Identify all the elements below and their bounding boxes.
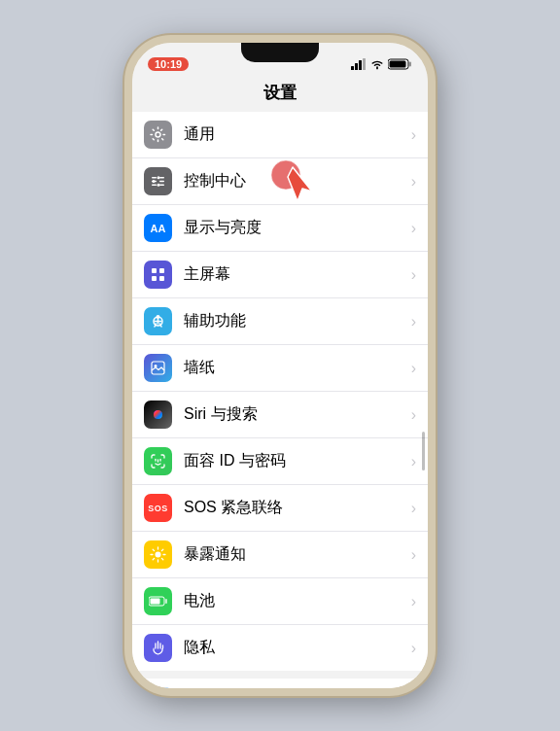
settings-row-display[interactable]: AA 显示与亮度 › [132,205,428,252]
settings-section-main: 通用 › [132,112,428,671]
svg-rect-0 [351,66,354,70]
privacy-chevron: › [411,640,416,657]
display-label: 显示与亮度 [184,218,411,238]
svg-rect-5 [409,62,411,67]
battery-label: 电池 [184,591,411,611]
siri-icon [144,400,172,429]
svg-rect-11 [159,181,164,183]
wallpaper-chevron: › [411,360,416,377]
page-title: 设置 [132,78,428,112]
faceid-icon [144,447,172,475]
svg-point-33 [156,552,161,558]
signal-icon [351,58,367,70]
gear-icon [150,126,166,143]
privacy-icon [144,634,172,662]
svg-rect-3 [363,58,366,70]
person-icon [150,313,166,330]
svg-rect-2 [359,60,362,70]
settings-row-sos[interactable]: SOS SOS 紧急联络 › [132,485,428,532]
wallpaper-icon [144,354,172,382]
settings-section-stores: App Store › 钱包与 Apple Pay › [132,679,428,688]
screen: 10:19 [132,43,428,688]
accessibility-chevron: › [411,313,416,331]
grid-icon [150,266,166,283]
battery-icon [144,587,172,615]
sliders-icon [150,173,166,190]
siri-label: Siri 与搜索 [184,404,411,425]
wallpaper-label: 墙纸 [184,358,411,378]
home-screen-chevron: › [411,266,416,284]
sos-label: SOS 紧急联络 [184,498,411,518]
exposure-icon [144,540,172,569]
notch [241,43,319,62]
settings-row-battery[interactable]: 电池 › [132,578,428,625]
exposure-label: 暴露通知 [184,544,411,565]
svg-rect-1 [355,63,358,70]
settings-row-home-screen[interactable]: 主屏幕 › [132,252,428,298]
status-bar: 10:19 [132,43,428,78]
siri-chevron: › [411,406,416,424]
svg-rect-19 [152,276,157,281]
svg-rect-12 [152,185,157,187]
svg-rect-43 [165,599,167,604]
privacy-label: 隐私 [184,638,411,658]
sos-chevron: › [411,500,416,517]
svg-rect-20 [159,276,164,281]
appstore-icon [144,687,172,688]
general-label: 通用 [184,124,411,145]
settings-row-accessibility[interactable]: 辅助功能 › [132,298,428,345]
sun-icon [150,546,166,563]
svg-rect-8 [152,177,157,179]
settings-row-general[interactable]: 通用 › [132,112,428,158]
svg-rect-6 [390,61,406,68]
svg-point-15 [153,180,156,183]
hand-icon [150,640,166,656]
settings-row-wallpaper[interactable]: 墙纸 › [132,345,428,392]
display-chevron: › [411,220,416,237]
svg-line-40 [161,549,162,550]
accessibility-icon [144,307,172,335]
settings-row-exposure[interactable]: 暴露通知 › [132,532,428,578]
svg-point-7 [156,132,160,137]
svg-rect-9 [159,177,164,179]
svg-line-41 [153,558,154,559]
settings-row-faceid[interactable]: 面容 ID 与密码 › [132,438,428,485]
wifi-icon [370,58,384,70]
control-center-icon [144,167,172,195]
svg-rect-17 [152,268,157,273]
battery-status-icon [388,58,412,70]
accessibility-label: 辅助功能 [184,311,411,331]
battery-symbol [149,596,167,607]
svg-rect-44 [151,599,160,605]
svg-point-14 [158,176,160,179]
control-center-chevron: › [411,173,416,191]
faceid-chevron: › [411,453,416,470]
scroll-indicator [422,432,425,470]
settings-list: 通用 › [132,112,428,688]
status-time: 10:19 [148,57,189,71]
settings-row-control-center[interactable]: 控制中心 › [132,158,428,205]
settings-row-siri[interactable]: Siri 与搜索 › [132,392,428,438]
settings-row-privacy[interactable]: 隐私 › [132,625,428,671]
battery-chevron: › [411,593,416,610]
wallpaper-symbol [151,361,165,375]
sos-icon: SOS [144,494,172,522]
phone-frame: 10:19 [124,35,436,696]
svg-point-16 [158,184,160,187]
svg-rect-13 [159,185,164,187]
home-screen-label: 主屏幕 [184,264,411,285]
exposure-chevron: › [411,546,416,564]
faceid-symbol [150,453,166,470]
home-screen-icon [144,261,172,289]
svg-line-38 [153,549,154,550]
general-chevron: › [411,126,416,144]
status-icons [351,58,412,70]
faceid-label: 面容 ID 与密码 [184,451,411,471]
control-center-label: 控制中心 [184,171,411,191]
svg-line-39 [161,558,162,559]
settings-row-appstore[interactable]: App Store › [132,679,428,688]
display-icon: AA [144,214,172,242]
siri-symbol [150,406,166,423]
svg-rect-18 [159,268,164,273]
general-icon [144,121,172,149]
